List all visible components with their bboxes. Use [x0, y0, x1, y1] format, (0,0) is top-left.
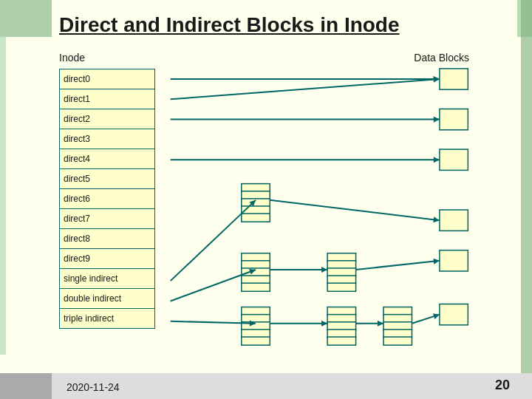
svg-rect-13 — [242, 199, 270, 207]
svg-rect-2 — [440, 149, 468, 170]
svg-marker-4 — [434, 76, 440, 82]
svg-line-53 — [171, 321, 256, 324]
svg-rect-21 — [242, 253, 270, 262]
svg-marker-61 — [433, 313, 440, 319]
bottom-left-accent — [0, 373, 52, 399]
svg-marker-54 — [250, 321, 256, 327]
inode-row-8: direct8 — [59, 228, 155, 249]
svg-rect-1 — [440, 109, 468, 129]
svg-rect-29 — [327, 276, 355, 284]
corner-decoration-tl — [0, 0, 52, 37]
svg-rect-35 — [440, 250, 468, 271]
svg-rect-25 — [242, 283, 270, 291]
svg-rect-30 — [327, 283, 355, 291]
svg-line-36 — [356, 261, 440, 270]
data-blocks-label: Data Blocks — [414, 52, 469, 64]
inode-row-11: double indirect — [59, 288, 155, 309]
svg-marker-8 — [434, 117, 440, 123]
svg-rect-40 — [242, 322, 270, 330]
svg-marker-37 — [433, 259, 439, 265]
svg-rect-48 — [383, 307, 412, 316]
svg-rect-51 — [383, 330, 412, 338]
svg-rect-26 — [327, 253, 355, 262]
svg-rect-27 — [327, 261, 355, 269]
svg-line-19 — [270, 200, 440, 220]
svg-rect-15 — [242, 214, 270, 222]
svg-line-60 — [412, 315, 439, 324]
svg-rect-11 — [242, 184, 270, 192]
inode-row-1: direct1 — [59, 89, 155, 109]
slide: Direct and Indirect Blocks in Inode Inod… — [0, 0, 532, 399]
svg-rect-47 — [327, 337, 355, 345]
svg-rect-12 — [242, 191, 270, 200]
inode-table: direct0direct1direct2direct3direct4direc… — [59, 69, 155, 328]
svg-marker-32 — [249, 269, 256, 275]
svg-rect-44 — [327, 315, 355, 323]
inode-row-0: direct0 — [59, 69, 155, 89]
svg-rect-14 — [242, 206, 270, 214]
svg-marker-58 — [378, 321, 383, 327]
svg-marker-10 — [434, 157, 440, 163]
svg-line-16 — [171, 200, 256, 281]
svg-rect-49 — [383, 315, 412, 323]
svg-rect-28 — [327, 268, 355, 276]
svg-rect-23 — [242, 268, 270, 276]
svg-rect-59 — [440, 304, 468, 324]
inode-row-6: direct6 — [59, 188, 155, 209]
side-decoration-right — [521, 0, 532, 399]
svg-marker-56 — [321, 321, 327, 327]
svg-rect-22 — [242, 261, 270, 269]
svg-rect-39 — [242, 315, 270, 323]
page-number: 20 — [495, 378, 510, 393]
inode-row-9: direct9 — [59, 248, 155, 269]
svg-rect-38 — [242, 307, 270, 316]
content-area: Inode Data Blocks direct0direct1direct2d… — [59, 48, 514, 369]
inode-row-10: single indirect — [59, 268, 155, 289]
inode-row-7: direct7 — [59, 208, 155, 229]
svg-line-5 — [171, 79, 440, 99]
svg-marker-20 — [433, 216, 440, 222]
svg-rect-43 — [327, 307, 355, 316]
svg-rect-50 — [383, 322, 412, 330]
slide-title: Direct and Indirect Blocks in Inode — [59, 13, 400, 37]
svg-rect-46 — [327, 330, 355, 338]
svg-marker-34 — [321, 267, 327, 273]
svg-line-31 — [171, 270, 256, 301]
inode-label: Inode — [59, 52, 85, 64]
date-label: 2020-11-24 — [66, 381, 120, 393]
inode-row-3: direct3 — [59, 129, 155, 149]
svg-rect-42 — [242, 337, 270, 345]
inode-row-12: triple indirect — [59, 308, 155, 329]
svg-rect-52 — [383, 337, 412, 345]
svg-rect-18 — [440, 210, 468, 231]
inode-row-4: direct4 — [59, 149, 155, 169]
inode-row-5: direct5 — [59, 168, 155, 189]
svg-rect-45 — [327, 322, 355, 330]
side-decoration-left — [0, 37, 6, 355]
svg-rect-24 — [242, 276, 270, 284]
inode-row-2: direct2 — [59, 109, 155, 129]
svg-marker-17 — [249, 200, 256, 207]
svg-rect-41 — [242, 330, 270, 338]
svg-rect-0 — [440, 69, 468, 89]
svg-marker-6 — [434, 77, 440, 83]
